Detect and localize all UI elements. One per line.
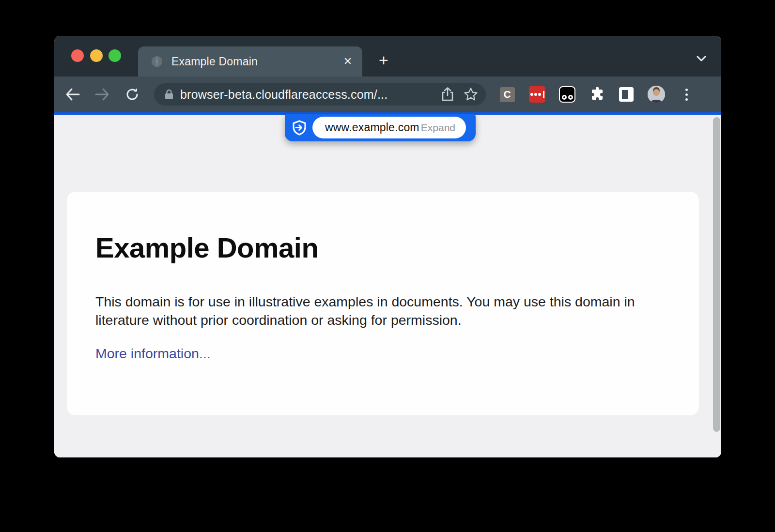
window-minimize-button[interactable] <box>90 49 103 62</box>
lastpass-dots-icon <box>529 86 545 103</box>
forward-arrow-icon <box>94 88 110 101</box>
extension-frame-button[interactable] <box>617 85 636 104</box>
back-button[interactable] <box>62 84 83 105</box>
new-tab-button[interactable]: + <box>374 50 393 70</box>
vertical-scrollbar[interactable] <box>713 117 720 432</box>
tab-close-icon[interactable]: ✕ <box>339 53 356 70</box>
globe-favicon-icon <box>151 55 163 68</box>
more-information-link[interactable]: More information... <box>95 346 211 362</box>
browser-tab[interactable]: Example Domain ✕ <box>138 46 362 76</box>
shield-arrow-icon <box>292 120 307 136</box>
extensions-menu-button[interactable] <box>588 85 606 104</box>
browser-toolbar: browser-beta.cloudflareaccess.com/... C <box>54 76 721 112</box>
browser-window: Example Domain ✕ + <box>54 36 721 457</box>
forward-button[interactable] <box>92 84 112 105</box>
back-arrow-icon <box>65 88 80 101</box>
page-viewport: www.example.com Expand Example Domain Th… <box>54 115 721 457</box>
star-icon <box>464 87 478 102</box>
frame-icon <box>619 87 634 102</box>
chevron-down-icon[interactable] <box>697 55 706 62</box>
extension-lastpass-button[interactable] <box>528 85 546 104</box>
page-paragraph: This domain is for use in illustrative e… <box>95 292 657 329</box>
window-close-button[interactable] <box>71 49 84 62</box>
two-circles-icon <box>559 86 575 103</box>
tab-title: Example Domain <box>171 55 339 68</box>
isolated-domain-text: www.example.com <box>325 121 419 134</box>
extension-black-circles-button[interactable] <box>558 85 576 104</box>
share-icon <box>441 87 454 102</box>
profile-button[interactable] <box>647 85 666 104</box>
expand-button[interactable]: Expand <box>421 122 455 134</box>
url-text: browser-beta.cloudflareaccess.com/... <box>180 88 439 102</box>
extension-c-icon: C <box>500 87 515 102</box>
address-bar[interactable]: browser-beta.cloudflareaccess.com/... <box>154 83 486 106</box>
isolation-url-field[interactable]: www.example.com Expand <box>312 117 466 138</box>
bookmark-button[interactable] <box>463 86 479 103</box>
reload-button[interactable] <box>122 84 142 105</box>
puzzle-piece-icon <box>589 87 605 102</box>
tab-strip: Example Domain ✕ + <box>54 36 721 76</box>
window-zoom-button[interactable] <box>108 49 121 62</box>
reload-icon <box>125 87 140 102</box>
kebab-menu-icon <box>685 89 688 101</box>
avatar <box>648 86 665 103</box>
browser-menu-button[interactable] <box>677 85 696 104</box>
content-card: Example Domain This domain is for use in… <box>67 192 699 415</box>
lock-icon <box>165 89 173 100</box>
extension-c-button[interactable]: C <box>498 85 516 104</box>
page-title: Example Domain <box>95 231 318 264</box>
share-button[interactable] <box>439 86 456 103</box>
isolation-domain-pill: www.example.com Expand <box>285 114 476 141</box>
